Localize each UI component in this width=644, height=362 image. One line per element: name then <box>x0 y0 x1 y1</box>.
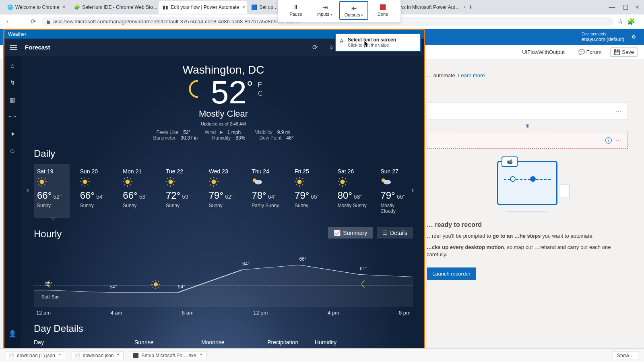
svg-line-35 <box>167 185 168 185</box>
daily-tile[interactable]: Fri 2579°65°Sunny <box>291 164 327 218</box>
nav-account-icon[interactable]: 👤 <box>8 330 17 337</box>
svg-line-61 <box>339 178 340 179</box>
text-select-icon: A̲ <box>340 38 344 44</box>
hourly-heading: Hourly <box>34 228 62 240</box>
chevron-down-icon: ▾ <box>361 13 363 17</box>
window-maximize-icon[interactable]: ☐ <box>623 4 628 11</box>
flow-name: UIFlowWithOutput <box>522 49 564 55</box>
weather-app-window: Weather Forecast ⟳ ☆ ⇲ ☽ ⋯ Search ⌂ ↯ ▦ … <box>4 30 424 357</box>
select-text-popup[interactable]: A̲ Select text on screen Click to get th… <box>335 33 421 51</box>
gear-icon[interactable]: ⚙ <box>632 34 636 40</box>
svg-line-7 <box>45 178 45 179</box>
pause-button[interactable]: ⏸Pause <box>281 1 310 20</box>
daily-tile[interactable]: Tue 2272°59°Sunny <box>163 164 198 218</box>
svg-line-64 <box>339 185 340 185</box>
nav-home-icon[interactable]: ⌂ <box>10 62 14 69</box>
svg-line-75 <box>153 287 153 288</box>
forum-button[interactable]: 💬 Forum <box>575 48 605 56</box>
flow-step-error[interactable]: i⋯ <box>427 132 628 149</box>
tab-0[interactable]: 🌐Welcome to Chrome× <box>3 1 70 14</box>
daily-tile[interactable]: Sat 1966°52°Sunny <box>34 164 70 218</box>
more-icon[interactable]: ⋯ <box>616 138 622 144</box>
unit-f[interactable]: F <box>258 81 263 88</box>
svg-point-66 <box>384 180 391 184</box>
summary-button[interactable]: 📈 Summary <box>328 227 373 239</box>
chevron-up-icon[interactable]: ⌃ <box>58 353 62 358</box>
svg-point-46 <box>255 180 262 184</box>
nav-maps-icon[interactable]: ▦ <box>10 96 16 104</box>
chevron-up-icon[interactable]: ⌃ <box>116 353 120 358</box>
stop-icon <box>380 4 386 10</box>
bookmark-icon[interactable]: ☆ <box>617 18 623 25</box>
svg-line-24 <box>130 185 131 185</box>
svg-line-17 <box>81 185 82 185</box>
updated-text: Updated as of 2:48 AM <box>34 121 413 126</box>
svg-line-33 <box>173 185 174 185</box>
window-minimize-icon[interactable]: — <box>609 4 615 11</box>
tab-1[interactable]: 🧩Selenium IDE - Chrome Web Sto…× <box>70 1 159 14</box>
nav-radar-icon[interactable]: ↯ <box>10 79 15 86</box>
download-item[interactable]: 📄 download.json ⌃ <box>72 351 124 360</box>
details-button[interactable]: ☰ Details <box>377 227 413 239</box>
svg-line-15 <box>87 185 88 185</box>
launch-recorder-button[interactable]: Launch recorder <box>427 267 476 280</box>
learn-more-link[interactable]: Learn more <box>458 72 485 78</box>
close-icon[interactable]: × <box>242 4 246 10</box>
close-icon[interactable]: × <box>462 4 465 10</box>
nav-favorites-icon[interactable]: ✦ <box>10 130 15 138</box>
download-item[interactable]: 📄 download (1).json ⌃ <box>6 351 65 360</box>
favorite-icon[interactable]: ☆ <box>329 43 334 51</box>
download-item[interactable]: ⬛ Setup.Microsoft.Po….exe ⌃ <box>130 351 206 360</box>
instruction-text: …cks up every desktop motion, so map out… <box>427 244 628 258</box>
done-button[interactable]: Done <box>368 1 397 20</box>
save-button[interactable]: 💾 Save <box>610 47 638 57</box>
more-icon[interactable]: ⋯ <box>616 108 622 114</box>
close-icon[interactable]: × <box>62 4 66 10</box>
svg-line-5 <box>38 178 39 179</box>
show-all-button[interactable]: Show… <box>613 351 638 360</box>
chevron-down-icon: ▾ <box>330 12 332 16</box>
daily-tile[interactable]: Sun 2779°66°Mostly Cloudy <box>377 164 413 218</box>
daily-tile[interactable]: Mon 2166°53°Sunny <box>120 164 155 218</box>
svg-line-55 <box>296 185 297 185</box>
cursor-icon <box>364 40 369 48</box>
nav-news-icon[interactable]: ☺ <box>9 148 16 155</box>
info-icon[interactable]: i <box>605 137 612 144</box>
add-step-icon[interactable]: ⊕ <box>427 123 628 129</box>
recorder-toolbar: ⏸Pause ⇥Inputs▾ ⇤Outputs▾ Done <box>278 0 401 23</box>
back-button[interactable]: ← <box>5 18 13 26</box>
unit-c[interactable]: C <box>258 90 263 97</box>
recorder-illustration: 📹 <box>427 161 628 212</box>
daily-tile[interactable]: Sun 2066°54°Sunny <box>77 164 113 218</box>
svg-line-62 <box>345 185 346 185</box>
tab-2[interactable]: ▮▮Edit your flow | Power Automate× <box>159 1 247 14</box>
daily-tile[interactable]: Sat 2680°68°Mostly Sunny <box>334 164 370 218</box>
svg-line-16 <box>87 178 88 179</box>
flow-step[interactable]: ⋯ <box>427 103 628 119</box>
svg-point-9 <box>83 180 87 184</box>
chevron-right-icon[interactable]: › <box>409 186 416 194</box>
svg-line-41 <box>210 178 211 179</box>
extensions-icon[interactable]: 🧩 <box>627 18 635 25</box>
lock-icon <box>46 19 51 24</box>
refresh-icon[interactable]: ⟳ <box>312 43 318 51</box>
environment-picker[interactable]: Environments enayu.com (default) <box>582 32 624 42</box>
daily-heading: Daily <box>34 148 413 159</box>
moon-icon <box>184 78 206 100</box>
ready-heading: … ready to record <box>427 221 628 228</box>
new-tab-button[interactable]: + <box>465 3 476 12</box>
outputs-button[interactable]: ⇤Outputs▾ <box>339 1 368 20</box>
daily-tile[interactable]: Thu 2478°64°Partly Sunny <box>248 164 284 218</box>
chevron-left-icon[interactable]: ‹ <box>24 186 31 194</box>
nav-history-icon[interactable]: 〰 <box>9 113 16 121</box>
menu-icon[interactable] <box>10 44 17 51</box>
daily-tile[interactable]: Wed 2379°62°Sunny <box>206 164 242 218</box>
window-close-icon[interactable]: × <box>636 4 639 11</box>
svg-point-0 <box>40 180 44 184</box>
condition-text: Mostly Clear <box>34 109 413 119</box>
moon-icon <box>360 280 424 340</box>
reload-button[interactable]: ⟳ <box>29 18 37 26</box>
chevron-up-icon[interactable]: ⌃ <box>199 353 203 358</box>
forward-button[interactable]: → <box>17 18 25 26</box>
inputs-button[interactable]: ⇥Inputs▾ <box>310 1 339 20</box>
